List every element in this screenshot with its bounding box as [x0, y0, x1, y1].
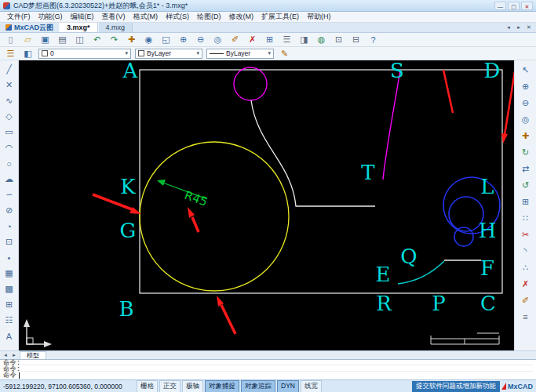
maximize-button[interactable]: ▢	[508, 2, 520, 10]
table-tool-icon[interactable]: ☷	[2, 313, 16, 328]
plot-preview-icon[interactable]: ◫	[71, 34, 88, 45]
mxcad-cloud-button[interactable]: MxCAD云图	[0, 23, 59, 32]
match-properties-icon[interactable]: ✎	[276, 48, 293, 60]
zoom-extents-icon[interactable]: ◎	[210, 34, 226, 45]
menu-view[interactable]: 查看(V)	[98, 12, 129, 22]
model-nav-right-icon[interactable]: ▸	[10, 352, 18, 358]
circle-tool-icon[interactable]: ○	[2, 156, 16, 171]
spline-tool-icon[interactable]: ∽	[2, 187, 16, 202]
menu-format[interactable]: 格式(M)	[129, 12, 162, 22]
erase-icon[interactable]: ✗	[244, 34, 261, 45]
print-icon[interactable]: ▤	[54, 34, 71, 45]
select-arrow-icon[interactable]: ↖	[517, 62, 534, 78]
toggle-ortho[interactable]: 正交	[159, 380, 180, 392]
orbit-icon[interactable]: ↻	[517, 144, 534, 160]
linetype-select[interactable]: ByLayer ▾	[206, 49, 274, 59]
menu-style[interactable]: 样式(S)	[162, 12, 193, 22]
menu-modify[interactable]: 修改(M)	[225, 12, 258, 22]
line-tool-icon[interactable]: ╱	[2, 62, 16, 77]
layer-manager-icon[interactable]: ☰	[2, 48, 19, 60]
text-tool-icon[interactable]: A	[2, 328, 16, 343]
command-prompt[interactable]: 命令	[3, 372, 533, 379]
redo-icon[interactable]: ↷	[106, 34, 122, 45]
properties-icon[interactable]: ◨	[296, 34, 312, 45]
menu-express-tools[interactable]: 扩展工具(E)	[257, 12, 303, 22]
toggle-grid[interactable]: 栅格	[137, 380, 158, 392]
insert-block-tool-icon[interactable]: ⊡	[2, 234, 16, 249]
move-icon[interactable]: ⇄	[517, 161, 534, 176]
ellipse-tool-icon[interactable]: ⊘	[2, 203, 16, 218]
polyline-tool-icon[interactable]: ∿	[2, 93, 16, 108]
measure-icon[interactable]: ✐	[227, 34, 243, 45]
pan-icon[interactable]: ✚	[517, 128, 534, 143]
revcloud-tool-icon[interactable]: ☁	[2, 172, 16, 187]
zoom-in-icon[interactable]: ⊕	[175, 34, 191, 45]
close-button[interactable]: ✕	[521, 2, 533, 10]
menu-help[interactable]: 帮助(H)	[303, 12, 335, 22]
red-segments-entity[interactable]	[443, 70, 514, 143]
tab-scroll-right-icon[interactable]: ▸	[514, 24, 523, 31]
toggle-lineweight[interactable]: 线宽	[301, 380, 322, 392]
menu-draw[interactable]: 绘图(D)	[193, 12, 225, 22]
minimize-button[interactable]: —	[494, 2, 506, 10]
copy-icon[interactable]: ⊞	[517, 194, 534, 209]
magenta-circle-entity[interactable]	[234, 67, 267, 100]
menu-edit[interactable]: 编辑(E)	[67, 12, 98, 22]
magenta-curve-entity[interactable]	[383, 70, 400, 180]
toggle-otrack[interactable]: 对象追踪	[241, 380, 275, 392]
tab-scroll-left-icon[interactable]: ◂	[504, 24, 513, 31]
zoom-window-icon[interactable]: ◱	[158, 34, 174, 45]
boundary-rectangle-entity[interactable]	[140, 70, 502, 293]
more-tools-icon[interactable]: ≡	[517, 309, 534, 325]
layer-states-icon[interactable]: ◧	[20, 48, 36, 60]
grid-display-icon[interactable]: ⊟	[348, 34, 364, 45]
polygon-tool-icon[interactable]: ◇	[2, 109, 16, 124]
point-tool-icon[interactable]: •	[2, 250, 16, 265]
toggle-polar[interactable]: 极轴	[182, 380, 203, 392]
radius-dimension-entity[interactable]: R45	[157, 180, 210, 209]
model-tab[interactable]: 模型	[20, 351, 46, 359]
monitor-icon[interactable]: ⊡	[330, 34, 347, 45]
rotate-icon[interactable]: ↺	[517, 177, 534, 193]
save-icon[interactable]: ▣	[37, 34, 53, 45]
title-block-sketch[interactable]	[431, 333, 499, 344]
mirror-icon[interactable]: ∷	[517, 210, 534, 226]
document-tab-3mxg[interactable]: 3.mxg*	[59, 23, 98, 32]
tab-close-icon[interactable]: ✕	[524, 24, 534, 31]
web-cloud-icon[interactable]: ◍	[313, 34, 330, 45]
toggle-dyn[interactable]: DYN	[277, 380, 299, 392]
zoom-in-icon[interactable]: ⊕	[517, 78, 534, 94]
erase-icon[interactable]: ✗	[517, 276, 534, 292]
layers-icon[interactable]: ☰	[279, 34, 295, 45]
fillet-icon[interactable]: ◝	[517, 243, 534, 259]
ellipse-arc-tool-icon[interactable]: ◔	[2, 219, 16, 234]
zoom-realtime-icon[interactable]: ◉	[140, 34, 157, 45]
pan-icon[interactable]: ✚	[123, 34, 140, 45]
open-folder-icon[interactable]: ▱	[20, 34, 36, 45]
trim-icon[interactable]: ✂	[517, 227, 534, 242]
yellow-circle-entity[interactable]	[140, 142, 289, 291]
gradient-tool-icon[interactable]: ▩	[2, 281, 16, 296]
copy-icon[interactable]: ⊞	[261, 34, 278, 45]
drawing-canvas[interactable]: R45	[19, 60, 514, 350]
document-tab-4mxg[interactable]: 4.mxg	[98, 23, 133, 32]
measure-icon[interactable]: ✐	[517, 292, 534, 308]
white-spline-entity[interactable]	[251, 100, 375, 206]
red-marker-arrows[interactable]	[93, 194, 235, 334]
menu-function[interactable]: 功能(G)	[35, 12, 67, 22]
menu-file[interactable]: 文件(F)	[3, 12, 35, 22]
toggle-osnap[interactable]: 对象捕捉	[205, 380, 239, 392]
new-file-icon[interactable]: ▯	[2, 34, 19, 45]
arc-tool-icon[interactable]: ◠	[2, 140, 16, 155]
zoom-out-icon[interactable]: ⊖	[192, 34, 209, 45]
zoom-out-icon[interactable]: ⊖	[517, 95, 534, 111]
xline-tool-icon[interactable]: ✕	[2, 78, 16, 93]
hatch-tool-icon[interactable]: ▦	[2, 266, 16, 281]
zoom-extents-icon[interactable]: ◎	[517, 111, 534, 127]
undo-icon[interactable]: ↶	[89, 34, 105, 45]
layer-select[interactable]: 0 ▾	[38, 49, 131, 59]
help-icon[interactable]: ?	[365, 34, 381, 45]
feedback-link[interactable]: 提交软件问题或增加新功能	[412, 381, 500, 392]
command-panel[interactable]: 命令:命令: 命令	[0, 359, 536, 379]
color-select[interactable]: ByLayer ▾	[135, 49, 202, 59]
